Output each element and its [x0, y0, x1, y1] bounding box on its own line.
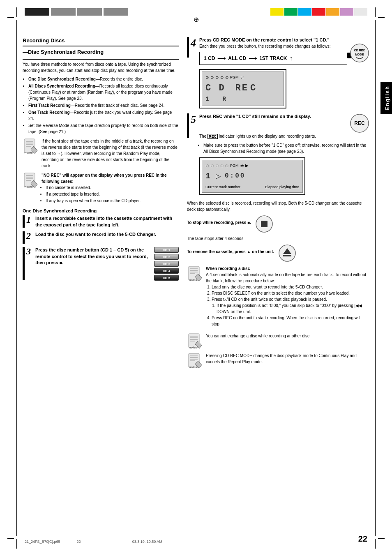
lcd-icon-prog: PGM	[230, 75, 239, 80]
lcd-bottom-left: 1	[205, 96, 210, 102]
lcd-icon2-cd4: ⊙	[220, 164, 224, 168]
corner-tick-bl-v	[16, 539, 17, 549]
svg-text:MODE: MODE	[355, 53, 364, 56]
lcd2-num: 1	[205, 171, 212, 181]
step-3-bar	[23, 247, 25, 280]
lcd2-play: ▷	[216, 172, 221, 180]
step-4-container: 4 Press CD REC MODE on the remote contro…	[187, 37, 369, 110]
feature-bullet-list: One Disc Synchronized Recording—Records …	[28, 76, 179, 135]
cd-rec-mode-icon: CD REC MODE	[350, 43, 369, 63]
compass-symbol: ⊕	[194, 16, 199, 23]
arrow-allcd: ALL CD	[228, 55, 246, 61]
note-text-1: If the front side of the tape ends in th…	[42, 138, 179, 169]
corner-tick-tr-v	[375, 7, 376, 17]
svg-rect-13	[283, 255, 291, 256]
lcd-icon2-prog: PGM	[230, 164, 239, 168]
lcd2-time: 0:00	[225, 172, 245, 180]
color-block-yellow	[270, 8, 284, 16]
lcd-display-step4: ⊙ ⊙ ⊙ ⊙ ⊙ PGM ⇌ C D RE	[199, 69, 286, 108]
lcd-display-step5: ⊙ ⊙ ⊙ ⊙ ⊙ PGM ⇌ ▶ 1 ▷	[199, 157, 305, 195]
cd1-btn: CD 1	[154, 247, 179, 253]
norec-bullet-1: If no cassette is inserted.	[46, 185, 179, 191]
lcd-bottom-right: R	[222, 96, 227, 102]
step-4-content: Press CD REC MODE on the remote control …	[199, 37, 369, 110]
lcd-c-text: C	[250, 83, 257, 93]
arrow-1sttrack: 1ST TRACK	[259, 55, 287, 61]
arrow-1: ⟶	[217, 55, 226, 62]
note-norec: "NO REC" will appear on the display when…	[42, 172, 179, 204]
note-norec-bold: "NO REC" will appear on the display when…	[42, 172, 179, 185]
lcd-icon2-cd2: ⊙	[210, 164, 214, 168]
bullet-item-5: Set the Reverse Mode and the tape direct…	[28, 122, 179, 135]
note-box-2: notes "NO REC" will appear on the displa…	[23, 172, 179, 204]
step-1-text: Insert a recordable cassette into the ca…	[35, 215, 179, 228]
wr-step-4: Press REC on the unit to start recording…	[212, 315, 369, 327]
header-block-4	[104, 8, 128, 16]
notes-icon-1: notes	[23, 138, 39, 155]
rec-indicator: REC	[208, 134, 218, 139]
norec-bullet-3: If any tray is open when the source is t…	[46, 198, 179, 204]
top-color-bar	[0, 7, 392, 16]
page-border-right	[375, 20, 376, 536]
stop-note: The tape stops after 4 seconds.	[187, 235, 369, 242]
english-tab: English	[380, 82, 392, 114]
step-5-heading-row: Press REC while "1 CD" still remains on …	[199, 113, 369, 133]
lcd-text-row-1: C D RE C	[205, 83, 280, 93]
section-title-line1: Recording Discs	[23, 37, 179, 46]
section-heading: Recording Discs —Disc Synchronized Recor…	[23, 37, 179, 56]
step-3: 3 Press the disc number button (CD 1 – C…	[23, 247, 179, 281]
lcd-icons-row-2: ⊙ ⊙ ⊙ ⊙ ⊙ PGM ⇌ ▶	[205, 164, 299, 168]
lcd-icon-arr: ⇌	[240, 75, 244, 80]
step-5-body: The REC indicator lights up on the displ…	[199, 133, 369, 140]
subsection-heading: One Disc Synchronized Recording	[23, 208, 179, 213]
step-5-container: 5 Press REC while "1 CD" still remains o…	[187, 113, 369, 197]
lcd-inner-step4: ⊙ ⊙ ⊙ ⊙ ⊙ PGM ⇌ C D RE	[202, 72, 284, 106]
step-1-bar	[23, 215, 25, 228]
lcd-rec-text: RE	[235, 83, 249, 93]
lcd-icon2-cd3: ⊙	[215, 164, 219, 168]
step-5-bullet-1: Make sure to press the button before "1 …	[203, 142, 369, 155]
lcd-row2: 1 ▷ 0:00	[205, 171, 299, 181]
page-number: 22	[358, 534, 367, 544]
cd4-btn: CD 4	[154, 268, 179, 274]
corner-tick-tl-h	[7, 17, 14, 18]
when-recording-note: notes When recording a disc A 4-second b…	[187, 265, 369, 330]
lcd-cd-text: C D	[205, 83, 226, 93]
header-block-2	[51, 8, 76, 16]
bullet-item-4: One Track Recording—Records just the tra…	[28, 109, 179, 122]
notes-icon-5: notes	[187, 353, 203, 369]
page-border-bottom	[16, 536, 376, 536]
arrow-2: ⟶	[249, 55, 257, 62]
note-pressing-text: Pressing CD REC MODE changes the disc pl…	[206, 353, 369, 365]
header-block-1	[25, 8, 49, 16]
when-recording-steps: Load only the disc you want to record in…	[212, 284, 369, 327]
color-block-green	[284, 8, 297, 16]
step-4-heading: Press CD REC MODE on the remote control …	[199, 37, 369, 43]
step-5-bullets: Make sure to press the button before "1 …	[203, 142, 369, 155]
notes-icon-3: notes	[187, 265, 203, 282]
corner-tick-br-v	[375, 539, 376, 549]
cd5-btn: CD 5	[154, 275, 179, 281]
svg-rect-10	[261, 221, 267, 227]
track-label: Current track number	[205, 185, 240, 189]
note-pressing: notes Pressing CD REC MODE changes the d…	[187, 353, 369, 369]
left-column: Recording Discs —Disc Synchronized Recor…	[23, 37, 179, 372]
wr-step-1: Load only the disc you want to record in…	[212, 284, 369, 290]
cd-buttons-image: CD 1 CD 2 CD 3 CD 4 CD 5	[154, 247, 179, 281]
wr-step-3-sub-1: If the pausing position is not "0:00," y…	[217, 302, 369, 315]
remove-text: To remove the cassette, press ▲ on the u…	[187, 249, 274, 255]
note-box-1: notes If the front side of the tape ends…	[23, 138, 179, 169]
footer-right: 03.3.19, 10:50 AM	[132, 540, 162, 544]
stop-text: When the selected disc is recorded, reco…	[187, 200, 369, 212]
when-recording-content: When recording a disc A 4-second blank i…	[206, 265, 369, 330]
notes-icon-2: notes	[23, 172, 39, 189]
arrow-loop: ↑	[289, 55, 293, 62]
lcd-icon-cd5: ⊙	[225, 75, 228, 80]
svg-text:notes: notes	[25, 151, 33, 155]
corner-tick-tr-h	[378, 17, 385, 18]
footer-center: 22	[77, 540, 81, 544]
svg-text:REC: REC	[354, 120, 365, 126]
lcd-icon2-cd1: ⊙	[205, 164, 209, 168]
corner-tick-tl-v	[16, 7, 17, 17]
page-border-left	[16, 20, 17, 536]
